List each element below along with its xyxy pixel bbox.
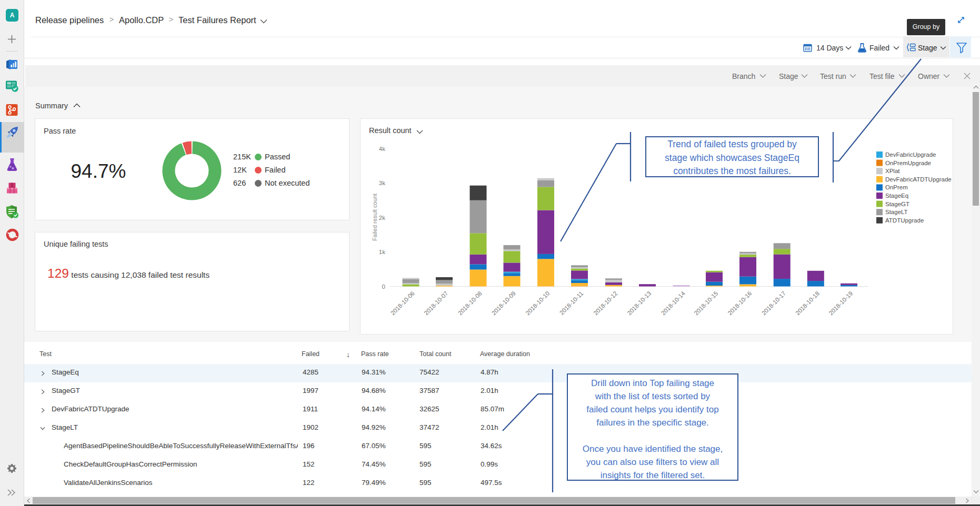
svg-text:DevFabricATDTUpgrade: DevFabricATDTUpgrade (885, 176, 952, 183)
svg-text:DevFabricUpgrade: DevFabricUpgrade (885, 151, 936, 158)
svg-text:Result count: Result count (369, 126, 412, 135)
svg-text:1k: 1k (379, 249, 385, 255)
svg-text:OnPremUpgrade: OnPremUpgrade (885, 160, 931, 166)
svg-text:StageLT: StageLT (885, 209, 908, 215)
svg-text:2018-10-15: 2018-10-15 (693, 290, 719, 316)
svg-text:2018-10-19: 2018-10-19 (827, 290, 854, 316)
svg-text:2018-10-12: 2018-10-12 (592, 290, 618, 316)
svg-text:XPlat: XPlat (885, 168, 900, 174)
svg-text:2018-10-07: 2018-10-07 (423, 290, 449, 316)
svg-text:OnPrem: OnPrem (885, 184, 908, 190)
svg-text:2018-10-18: 2018-10-18 (794, 290, 821, 316)
svg-text:2018-10-09: 2018-10-09 (491, 290, 517, 316)
svg-text:StageGT: StageGT (885, 201, 909, 207)
svg-text:2018-10-06: 2018-10-06 (389, 290, 416, 316)
svg-text:2018-10-08: 2018-10-08 (457, 290, 483, 316)
svg-text:3k: 3k (379, 180, 385, 186)
svg-text:2018-10-10: 2018-10-10 (524, 290, 551, 316)
svg-text:ATDTUpgrade: ATDTUpgrade (885, 217, 924, 224)
svg-text:2018-10-16: 2018-10-16 (726, 290, 753, 316)
svg-text:2k: 2k (379, 215, 385, 221)
svg-text:2018-10-14: 2018-10-14 (660, 290, 687, 317)
svg-text:2018-10-13: 2018-10-13 (626, 290, 652, 316)
svg-text:2018-10-17: 2018-10-17 (761, 290, 787, 316)
svg-text:Failed result count: Failed result count (372, 194, 378, 241)
svg-text:0: 0 (382, 284, 385, 290)
svg-text:4k: 4k (379, 146, 385, 152)
svg-text:StageEq: StageEq (885, 193, 908, 199)
svg-text:2018-10-11: 2018-10-11 (558, 290, 584, 316)
